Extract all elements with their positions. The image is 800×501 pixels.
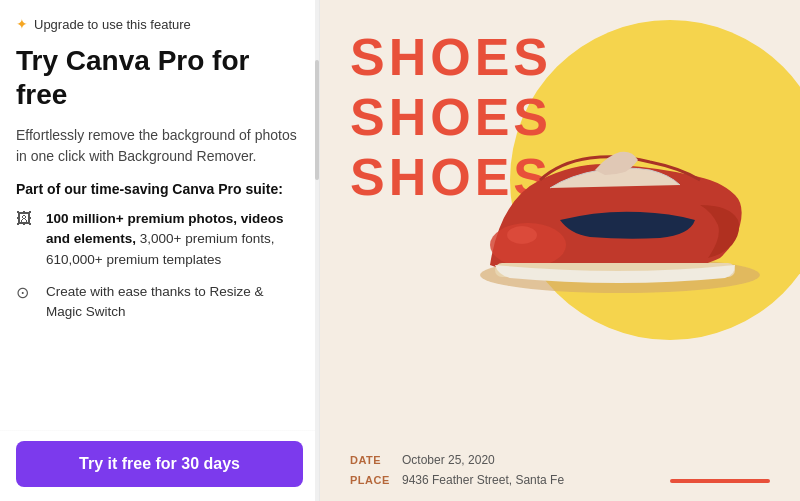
- place-value: 9436 Feather Street, Santa Fe: [402, 473, 564, 487]
- scroll-thumb[interactable]: [315, 60, 319, 180]
- feature-photos-text: 100 million+ premium photos, videos and …: [46, 209, 303, 270]
- upgrade-badge: ✦ Upgrade to use this feature: [16, 16, 303, 32]
- upgrade-badge-text: Upgrade to use this feature: [34, 17, 191, 32]
- try-free-button[interactable]: Try it free for 30 days: [16, 441, 303, 487]
- shoe-image: [460, 80, 780, 320]
- date-row: DATE October 25, 2020: [350, 453, 770, 467]
- shoe-svg: [460, 80, 780, 320]
- shoes-line1: SHOES: [350, 28, 552, 88]
- feature-item-photos: 🖼 100 million+ premium photos, videos an…: [16, 209, 303, 270]
- scroll-indicator: [315, 0, 319, 501]
- description-text: Effortlessly remove the background of ph…: [16, 125, 303, 167]
- star-icon: ✦: [16, 16, 28, 32]
- info-bar: DATE October 25, 2020 PLACE 9436 Feather…: [320, 439, 800, 501]
- orange-line-decoration: [670, 479, 770, 483]
- feature-list: 🖼 100 million+ premium photos, videos an…: [16, 209, 303, 322]
- date-label: DATE: [350, 454, 390, 466]
- right-panel: SHOES SHOES SHOES: [320, 0, 800, 501]
- svg-point-3: [507, 226, 537, 244]
- feature-item-resize: ⊙ Create with ease thanks to Resize & Ma…: [16, 282, 303, 323]
- date-value: October 25, 2020: [402, 453, 495, 467]
- place-label: PLACE: [350, 474, 390, 486]
- cta-area: Try it free for 30 days: [0, 430, 319, 501]
- image-icon: 🖼: [16, 210, 36, 230]
- resize-icon: ⊙: [16, 283, 36, 303]
- left-content: ✦ Upgrade to use this feature Try Canva …: [0, 0, 319, 430]
- main-heading: Try Canva Pro for free: [16, 44, 303, 111]
- left-panel: ✦ Upgrade to use this feature Try Canva …: [0, 0, 320, 501]
- feature-resize-text: Create with ease thanks to Resize & Magi…: [46, 282, 303, 323]
- suite-heading: Part of our time-saving Canva Pro suite:: [16, 181, 303, 197]
